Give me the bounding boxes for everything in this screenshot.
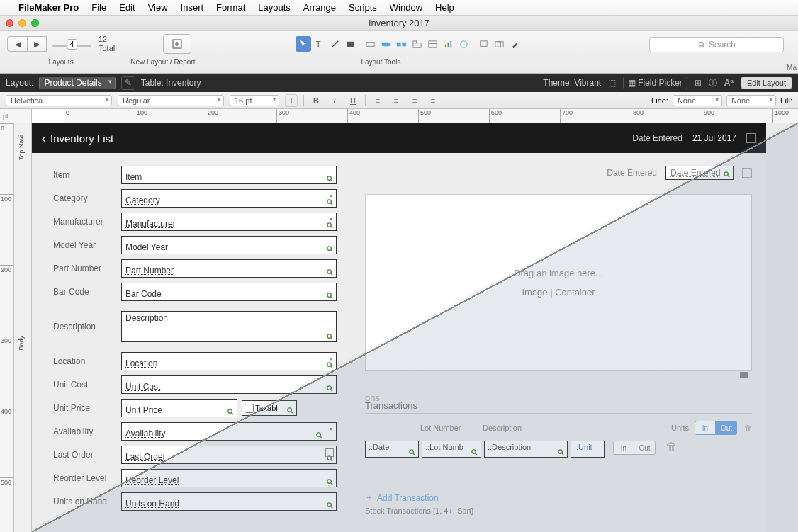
info-icon[interactable]: ⓘ bbox=[709, 77, 717, 89]
resize-handle-icon[interactable] bbox=[740, 372, 748, 378]
exit-layout-button[interactable]: Edit Layout bbox=[741, 77, 792, 89]
date-action-icon[interactable] bbox=[742, 168, 752, 178]
button-tool-icon[interactable] bbox=[378, 36, 393, 52]
portal-unit-field[interactable]: ::Unit bbox=[571, 441, 605, 458]
grid-icon: ▦ bbox=[628, 78, 636, 88]
bold-icon[interactable]: B bbox=[310, 94, 322, 107]
align-center-icon[interactable]: ≡ bbox=[390, 94, 403, 107]
align-justify-icon[interactable]: ≡ bbox=[427, 94, 439, 107]
portal-desc-field[interactable]: ::Description bbox=[484, 441, 568, 458]
next-layout-button[interactable]: ▶ bbox=[27, 36, 47, 52]
app-name[interactable]: FileMaker Pro bbox=[18, 2, 79, 13]
chart-tool-icon[interactable] bbox=[440, 36, 456, 52]
text-a-icon[interactable]: Aª bbox=[724, 78, 734, 88]
svg-line-36 bbox=[330, 337, 332, 339]
align-right-icon[interactable]: ≡ bbox=[408, 94, 421, 107]
inspector-icon[interactable]: ⊞ bbox=[695, 78, 702, 88]
layout-dropdown[interactable]: Product Details bbox=[39, 77, 115, 89]
row-trash-icon[interactable]: 🗑 bbox=[665, 441, 677, 458]
field-description[interactable]: Description bbox=[121, 311, 337, 342]
menu-insert[interactable]: Insert bbox=[181, 2, 204, 13]
search-input[interactable]: Search bbox=[649, 37, 784, 52]
detail-form: ItemItem CategoryCategory ManufacturerMa… bbox=[53, 166, 337, 516]
portal-date-field[interactable]: ::Date bbox=[365, 441, 419, 458]
text-color-icon[interactable]: T bbox=[285, 94, 298, 107]
field-units-on-hand[interactable]: Units on Hand bbox=[121, 492, 337, 511]
popover-tool-icon[interactable] bbox=[476, 36, 491, 52]
theme-icon[interactable]: ⬚ bbox=[608, 78, 616, 88]
line-weight-dropdown[interactable]: None bbox=[726, 95, 776, 106]
menu-arrange[interactable]: Arrange bbox=[303, 2, 336, 13]
new-layout-button[interactable] bbox=[163, 34, 191, 54]
menu-window[interactable]: Window bbox=[390, 2, 422, 13]
part-topnav[interactable]: Top Navi… bbox=[18, 129, 25, 160]
field-category[interactable]: Category bbox=[121, 189, 337, 208]
row-in-button[interactable]: In bbox=[613, 441, 634, 455]
field-unit-cost[interactable]: Unit Cost bbox=[121, 375, 337, 394]
zoom-window-icon[interactable] bbox=[31, 19, 39, 27]
portal-lot-field[interactable]: ::Lot Numb bbox=[422, 441, 481, 458]
add-transaction-button[interactable]: ＋ Add Transaction bbox=[365, 492, 752, 504]
font-style-dropdown[interactable]: Regular bbox=[118, 95, 224, 106]
format-painter-icon[interactable] bbox=[507, 36, 522, 52]
prev-layout-button[interactable]: ◀ bbox=[7, 36, 27, 52]
field-unit-price[interactable]: Unit Price bbox=[121, 399, 237, 417]
back-button[interactable]: ‹ Inventory List bbox=[42, 131, 113, 146]
row-out-button[interactable]: Out bbox=[634, 441, 656, 455]
field-last-order[interactable]: Last Order bbox=[121, 446, 337, 464]
out-button[interactable]: Out bbox=[716, 421, 737, 435]
menu-layouts[interactable]: Layouts bbox=[258, 2, 291, 13]
image-container-field[interactable]: Drag an image here... Image | Container bbox=[365, 194, 752, 371]
in-button[interactable]: In bbox=[695, 421, 716, 435]
inout-toggle[interactable]: In Out bbox=[695, 421, 737, 435]
selection-tool-icon[interactable] bbox=[296, 36, 311, 52]
menu-help[interactable]: Help bbox=[435, 2, 454, 13]
font-size-dropdown[interactable]: 16 pt bbox=[230, 95, 279, 106]
field-reorder-level[interactable]: Reorder Level bbox=[121, 469, 337, 487]
align-left-icon[interactable]: ≡ bbox=[371, 94, 384, 107]
layout-canvas[interactable]: ‹ Inventory List Date Entered 21 Jul 201… bbox=[32, 123, 798, 532]
field-tool-icon[interactable] bbox=[362, 36, 378, 52]
minimize-window-icon[interactable] bbox=[18, 19, 26, 27]
field-item[interactable]: Item bbox=[121, 166, 337, 184]
webviewer-tool-icon[interactable] bbox=[456, 36, 471, 52]
row-inout[interactable]: In Out bbox=[613, 441, 656, 458]
trash-icon[interactable]: 🗑 bbox=[744, 424, 752, 432]
line-style-dropdown[interactable]: None bbox=[673, 95, 722, 106]
field-availability[interactable]: Availability bbox=[121, 422, 337, 441]
close-window-icon[interactable] bbox=[6, 19, 13, 27]
slide-tool-icon[interactable] bbox=[491, 36, 507, 52]
portal-tool-icon[interactable] bbox=[425, 36, 440, 52]
menu-format[interactable]: Format bbox=[216, 2, 245, 13]
field-part-number[interactable]: Part Number bbox=[121, 259, 337, 278]
font-dropdown[interactable]: Helvetica bbox=[6, 95, 112, 106]
menu-view[interactable]: View bbox=[148, 2, 168, 13]
field-location[interactable]: Location bbox=[121, 352, 337, 370]
field-bar-code[interactable]: Bar Code bbox=[121, 283, 337, 301]
text-tool-icon[interactable]: T bbox=[311, 36, 327, 52]
label-manufacturer: Manufacturer bbox=[53, 217, 121, 227]
field-model-year[interactable]: Model Year bbox=[121, 236, 337, 254]
buttonbar-tool-icon[interactable] bbox=[393, 36, 409, 52]
svg-line-54 bbox=[727, 175, 729, 177]
field-manufacturer[interactable]: Manufacturer bbox=[121, 213, 337, 231]
svg-line-26 bbox=[330, 203, 332, 205]
taxable-checkbox[interactable] bbox=[245, 404, 254, 413]
menu-scripts[interactable]: Scripts bbox=[349, 2, 377, 13]
field-date-entered[interactable]: Date Entered bbox=[665, 166, 734, 180]
field-picker-button[interactable]: ▦ Field Picker bbox=[623, 77, 687, 89]
italic-icon[interactable]: I bbox=[328, 94, 341, 107]
underline-icon[interactable]: U bbox=[347, 94, 359, 107]
horizontal-ruler: 0 100 200 300 400 500 600 700 800 900 10… bbox=[64, 109, 798, 123]
menu-file[interactable]: File bbox=[91, 2, 106, 13]
layout-slider[interactable]: 4 bbox=[52, 45, 91, 47]
header-action-icon[interactable] bbox=[746, 133, 756, 143]
transactions-title: Transactions bbox=[365, 400, 752, 414]
pencil-icon[interactable]: ✎ bbox=[121, 76, 135, 90]
tab-tool-icon[interactable] bbox=[409, 36, 425, 52]
field-taxable[interactable]: Taxabl bbox=[242, 400, 297, 416]
part-body[interactable]: Body bbox=[18, 336, 25, 351]
line-tool-icon[interactable] bbox=[327, 36, 342, 52]
rect-tool-icon[interactable] bbox=[342, 36, 358, 52]
menu-edit[interactable]: Edit bbox=[119, 2, 135, 13]
